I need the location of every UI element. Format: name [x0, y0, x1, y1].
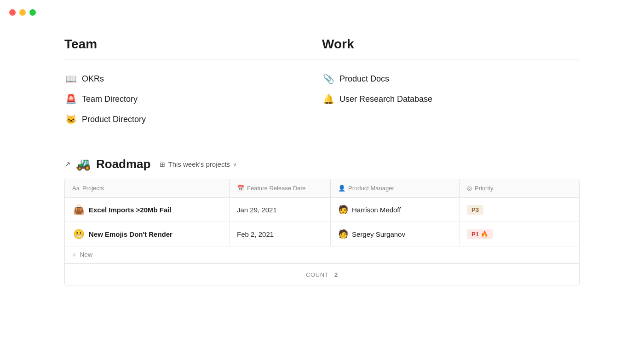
priority-badge-row1: P3	[467, 205, 483, 215]
project-name-row2: New Emojis Don't Render	[89, 230, 172, 238]
table-header: Aa Projects 📅 Feature Release Date 👤 Pro…	[65, 179, 579, 198]
roadmap-table: Aa Projects 📅 Feature Release Date 👤 Pro…	[64, 179, 580, 286]
roadmap-emoji: 🚜	[76, 157, 91, 171]
manager-avatar-row1: 🧑	[338, 205, 348, 215]
view-grid-icon: ⊞	[160, 161, 165, 168]
roadmap-view-label: This week's projects	[168, 160, 230, 168]
priority-cell-row2: P1 🔥	[460, 222, 579, 246]
col-header-product-manager: 👤 Product Manager	[331, 179, 460, 197]
add-new-row[interactable]: + New	[65, 246, 579, 263]
project-emoji-row1: 👜	[72, 204, 85, 215]
product-docs-icon: 📎	[322, 73, 335, 84]
count-row: COUNT 2	[65, 263, 579, 286]
product-directory-label: Product Directory	[82, 115, 146, 124]
traffic-light-green[interactable]	[29, 9, 36, 16]
okrs-label: OKRs	[82, 74, 104, 84]
priority-cell-row1: P3	[460, 198, 579, 222]
work-section-title: Work	[322, 37, 580, 52]
team-section-title: Team	[64, 37, 322, 52]
roadmap-title: Roadmap	[96, 157, 150, 171]
count-label: COUNT	[306, 271, 328, 278]
manager-name-row2: Sergey Surganov	[352, 230, 405, 238]
team-section: Team 📖 OKRs 🚨 Team Directory 🐱 Product D…	[64, 37, 322, 129]
new-row-label: New	[80, 251, 92, 258]
priority-col-icon: ◎	[467, 185, 472, 192]
roadmap-header: ↗ 🚜 Roadmap ⊞ This week's projects ∨	[64, 157, 580, 171]
project-name-row1: Excel Imports >20Mb Fail	[89, 206, 172, 214]
col-header-projects: Aa Projects	[65, 179, 230, 197]
top-sections: Team 📖 OKRs 🚨 Team Directory 🐱 Product D…	[64, 37, 580, 129]
team-directory-icon: 🚨	[64, 94, 77, 105]
project-cell-row1: 👜 Excel Imports >20Mb Fail	[65, 198, 230, 222]
team-item-okrs[interactable]: 📖 OKRs	[64, 69, 322, 89]
chevron-down-icon: ∨	[233, 161, 237, 168]
roadmap-view-selector[interactable]: ⊞ This week's projects ∨	[156, 158, 241, 170]
team-item-directory[interactable]: 🚨 Team Directory	[64, 89, 322, 109]
priority-badge-row2: P1 🔥	[467, 229, 493, 239]
plus-icon: +	[72, 251, 76, 258]
col-header-priority: ◎ Priority	[460, 179, 579, 197]
team-directory-label: Team Directory	[82, 94, 138, 104]
project-emoji-row2: 😬	[72, 228, 85, 240]
main-content: Team 📖 OKRs 🚨 Team Directory 🐱 Product D…	[0, 0, 644, 304]
date-col-icon: 📅	[237, 185, 244, 192]
traffic-lights	[9, 9, 36, 16]
manager-cell-row2: 🧑 Sergey Surganov	[331, 222, 460, 246]
manager-cell-row1: 🧑 Harrison Medoff	[331, 198, 460, 222]
roadmap-section: ↗ 🚜 Roadmap ⊞ This week's projects ∨ Aa …	[64, 157, 580, 286]
table-row[interactable]: 👜 Excel Imports >20Mb Fail Jan 29, 2021 …	[65, 198, 579, 222]
okrs-icon: 📖	[64, 73, 77, 84]
team-section-divider	[64, 59, 322, 59]
date-cell-row2: Feb 2, 2021	[230, 222, 331, 246]
manager-name-row1: Harrison Medoff	[352, 206, 401, 214]
user-research-label: User Research Database	[339, 94, 432, 104]
user-research-icon: 🔔	[322, 94, 335, 105]
work-item-product-docs[interactable]: 📎 Product Docs	[322, 69, 580, 89]
project-cell-row2: 😬 New Emojis Don't Render	[65, 222, 230, 246]
manager-col-icon: 👤	[338, 185, 345, 192]
traffic-light-red[interactable]	[9, 9, 16, 16]
projects-col-icon: Aa	[72, 185, 80, 192]
team-item-product-directory[interactable]: 🐱 Product Directory	[64, 109, 322, 129]
work-section-divider	[322, 59, 580, 59]
date-value-row2: Feb 2, 2021	[237, 230, 274, 238]
work-item-user-research[interactable]: 🔔 User Research Database	[322, 89, 580, 109]
col-header-release-date: 📅 Feature Release Date	[230, 179, 331, 197]
roadmap-external-link-icon[interactable]: ↗	[64, 160, 70, 169]
product-directory-icon: 🐱	[64, 114, 77, 125]
traffic-light-yellow[interactable]	[19, 9, 26, 16]
table-row[interactable]: 😬 New Emojis Don't Render Feb 2, 2021 🧑 …	[65, 222, 579, 246]
manager-avatar-row2: 🧑	[338, 229, 348, 239]
date-cell-row1: Jan 29, 2021	[230, 198, 331, 222]
product-docs-label: Product Docs	[339, 74, 389, 84]
work-section: Work 📎 Product Docs 🔔 User Research Data…	[322, 37, 580, 129]
date-value-row1: Jan 29, 2021	[237, 206, 277, 214]
count-value: 2	[334, 271, 338, 278]
